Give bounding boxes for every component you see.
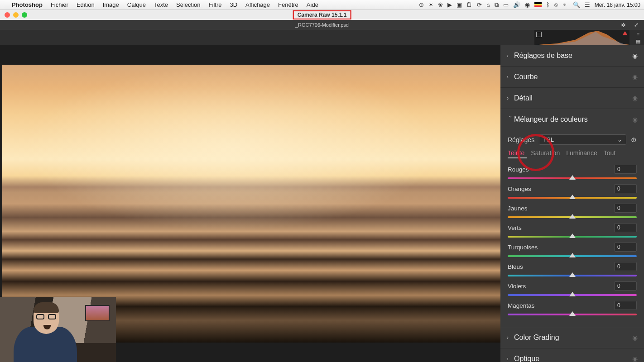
slider-thumb[interactable] [569,292,576,296]
slider-track[interactable] [508,255,637,257]
slider-oranges[interactable]: Oranges [508,184,637,199]
status-icon[interactable]: ▭ [503,1,509,8]
fullscreen-icon[interactable]: ⤢ [634,22,639,28]
eye-icon[interactable]: ◉ [632,95,638,102]
tab-teinte[interactable]: Teinte [508,149,524,157]
slider-value-input[interactable] [614,184,637,193]
slider-thumb[interactable] [569,272,576,277]
tab-saturation[interactable]: Saturation [531,149,560,157]
slider-track[interactable] [508,216,637,218]
status-icon[interactable]: ⧉ [495,1,499,9]
targeted-adjust-icon[interactable]: ⊕ [631,136,637,144]
section-curve[interactable]: › Courbe ◉ [500,67,644,87]
app-name[interactable]: Photoshop [12,1,43,8]
minimize-window-button[interactable] [13,12,19,18]
slider-rouges[interactable]: Rouges [508,165,637,179]
slider-value-input[interactable] [614,223,637,232]
slider-value-input[interactable] [614,243,637,252]
section-title: Réglages de base [514,52,632,60]
status-icon[interactable]: ⊙ [419,1,424,8]
status-icon[interactable]: ⌂ [486,1,490,8]
menu-edition[interactable]: Edition [77,1,95,8]
slider-thumb[interactable] [569,233,576,238]
menu-fichier[interactable]: Fichier [51,1,68,8]
slider-thumb[interactable] [569,214,576,219]
slider-magentas[interactable]: Magentas [508,301,637,315]
tool-icon[interactable]: ▦ [636,38,640,44]
wall-frame [85,305,110,321]
search-icon[interactable]: 🔍 [573,1,580,8]
reglages-label: Réglages [508,136,534,143]
status-icon[interactable]: ⎋ [554,1,558,8]
status-icon[interactable]: ▶ [447,1,452,8]
volume-icon[interactable]: 🔊 [513,1,520,8]
chevron-right-icon: › [507,356,514,362]
status-icon[interactable]: ❀ [438,1,443,8]
slider-label: Verts [508,224,614,231]
slider-track[interactable] [508,314,637,315]
slider-thumb[interactable] [569,311,576,316]
slider-track[interactable] [508,236,637,238]
slider-track[interactable] [508,275,637,276]
slider-track[interactable] [508,197,637,199]
tab-underline [508,157,527,158]
slider-thumb[interactable] [569,195,576,199]
slider-thumb[interactable] [569,175,576,180]
histogram[interactable] [534,30,630,45]
slider-label: Violets [508,283,614,290]
slider-violets[interactable]: Violets [508,281,637,296]
slider-thumb[interactable] [569,253,576,257]
menubar-clock[interactable]: Mer. 18 janv. 15:00 [595,2,640,8]
status-icon[interactable]: ⟳ [477,1,482,8]
slider-value-input[interactable] [614,165,637,174]
menu-3d[interactable]: 3D [230,1,237,8]
bluetooth-icon[interactable]: ᛒ [546,1,550,8]
section-basic[interactable]: › Réglages de base ◉ [500,45,644,66]
tool-icon[interactable]: ≡ [637,31,639,37]
document-filename[interactable]: _ROC7706-Modifier.psd [295,22,349,28]
menu-affichage[interactable]: Affichage [245,1,270,8]
tab-luminance[interactable]: Luminance [566,149,597,157]
section-detail[interactable]: › Détail ◉ [500,88,644,109]
status-icon[interactable]: ▣ [457,1,462,8]
flag-belgium-icon[interactable] [534,2,542,7]
section-color-grading[interactable]: › Color Grading ◉ [500,327,644,348]
slider-value-input[interactable] [614,281,637,291]
menu-texte[interactable]: Texte [154,1,168,8]
slider-value-input[interactable] [614,204,637,213]
section-optique[interactable]: › Optique ◉ [500,348,644,362]
menu-image[interactable]: Image [103,1,119,8]
eye-icon[interactable]: ◉ [632,116,638,123]
section-color-mixer[interactable]: › Mélangeur de couleurs ◉ [500,109,644,130]
eye-icon[interactable]: ◉ [632,73,638,81]
eye-icon[interactable]: ◉ [632,355,638,362]
slider-value-input[interactable] [614,301,637,310]
slider-verts[interactable]: Verts [508,223,637,238]
slider-track[interactable] [508,177,637,179]
slider-bleus[interactable]: Bleus [508,262,637,276]
eye-icon[interactable]: ◉ [632,334,638,341]
menu-filtre[interactable]: Filtre [209,1,222,8]
menu-calque[interactable]: Calque [127,1,146,8]
presenter [14,303,77,362]
slider-jaunes[interactable]: Jaunes [508,204,637,218]
zoom-window-button[interactable] [22,12,27,18]
control-center-icon[interactable]: ☰ [585,1,590,8]
tab-tout[interactable]: Tout [604,149,615,157]
status-icon[interactable]: 🗒 [466,1,472,8]
gear-icon[interactable]: ✲ [621,22,626,29]
status-icon[interactable]: ✶ [428,1,433,8]
menu-aide[interactable]: Aide [307,1,318,8]
menu-fenetre[interactable]: Fenêtre [278,1,298,8]
menu-selection[interactable]: Sélection [176,1,200,8]
status-icon[interactable]: ◉ [525,1,530,8]
mode-select[interactable]: TSL ⌄ [539,134,626,145]
close-window-button[interactable] [5,12,10,18]
slider-label: Bleus [508,263,614,270]
eye-icon[interactable]: ◉ [632,52,638,59]
wifi-icon[interactable]: ᯤ [562,1,568,8]
slider-track[interactable] [508,294,637,296]
slider-turquoises[interactable]: Turquoises [508,243,637,257]
chevron-right-icon: › [507,52,514,59]
slider-value-input[interactable] [614,262,637,271]
